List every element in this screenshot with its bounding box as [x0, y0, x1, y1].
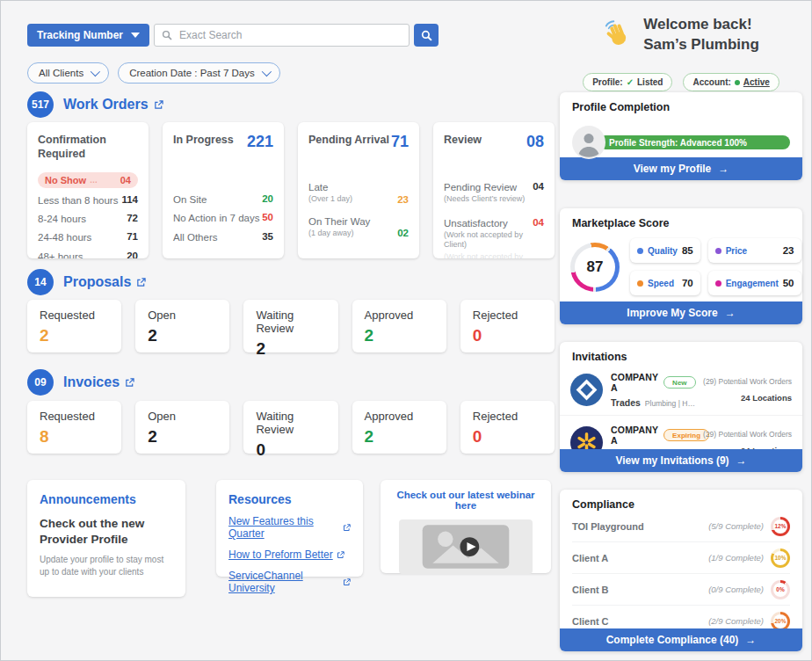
proposals-count-badge: 14	[27, 269, 54, 295]
card-count: 221	[247, 133, 273, 151]
proposals-open-card[interactable]: Open 2	[135, 300, 229, 352]
external-link-icon[interactable]	[154, 100, 163, 110]
wo-row[interactable]: On Their Way (1 day away) 02	[308, 215, 409, 239]
invoices-approved-card[interactable]: Approved 2	[352, 401, 446, 454]
wo-row[interactable]: 8-24 hours 72	[38, 213, 138, 225]
potential-work-orders: (29) Potential Work Orders	[703, 377, 792, 386]
check-icon: ✓	[627, 77, 634, 87]
compliance-percent: 12%	[773, 519, 787, 534]
stat-label: Open	[148, 410, 217, 423]
wo-row[interactable]: Unsatisfactory (Work not accepted by Cli…	[444, 217, 544, 251]
metric-speed[interactable]: Speed 70	[630, 271, 700, 295]
compliance-progress: (5/9 Complete)	[708, 521, 764, 531]
view-profile-button[interactable]: View my Profile →	[560, 157, 802, 180]
stat-label: Waiting Review	[256, 410, 325, 436]
in-progress-card[interactable]: In Progress 221 On Site 20 No Action in …	[163, 122, 284, 258]
client-name: Client C	[572, 616, 609, 627]
profile-status-pill[interactable]: Profile: ✓ Listed	[583, 73, 672, 91]
proposals-approved-card[interactable]: Approved 2	[352, 300, 446, 352]
metric-price[interactable]: Price 23	[708, 238, 801, 263]
compliance-row[interactable]: Client B (0/9 Complete) 0%	[572, 574, 790, 606]
wo-row[interactable]: 24-48 hours 71	[38, 231, 138, 243]
pending-arrival-card[interactable]: Pending Arrival 71 Late (Over 1 day) 23 …	[298, 122, 419, 258]
proposals-title: Proposals	[63, 274, 131, 290]
view-invitations-button[interactable]: View my Invitations (9) →	[560, 449, 802, 472]
row-label: Pending Review (Needs Client’s review)	[444, 181, 525, 205]
proposals-waiting-review-card[interactable]: Waiting Review 2	[243, 300, 337, 352]
resource-link[interactable]: How to Preform Better	[228, 548, 351, 561]
work-orders-title-link[interactable]: Work Orders	[63, 97, 163, 113]
card-count: 08	[526, 133, 544, 151]
creation-date-filter[interactable]: Creation Date : Past 7 Days	[118, 62, 280, 84]
invoices-requested-card[interactable]: Requested 8	[27, 401, 121, 454]
proposals-rejected-card[interactable]: Rejected 0	[460, 300, 555, 352]
wave-hand-icon	[603, 18, 633, 52]
invoices-open-card[interactable]: Open 2	[135, 401, 229, 454]
metric-value: 50	[783, 278, 794, 288]
search-icon	[162, 30, 172, 40]
metric-label: Quality	[648, 246, 678, 256]
webinar-thumbnail[interactable]	[399, 519, 533, 574]
invoices-waiting-review-card[interactable]: Waiting Review 0	[243, 401, 337, 454]
invitation-row[interactable]: COMPANY A New Trades Plumbing | HVAC | G…	[560, 363, 802, 415]
client-name: TOI Playground	[572, 521, 644, 532]
account-status-pill[interactable]: Account: Active	[683, 73, 779, 91]
stat-label: Requested	[40, 309, 109, 322]
metric-engagement[interactable]: Engagement 50	[708, 271, 801, 295]
row-label: No Action in 7 days	[173, 212, 259, 224]
compliance-card: Compliance TOI Playground (5/9 Complete)…	[560, 490, 802, 651]
wo-row[interactable]: Less than 8 hours 114	[38, 194, 138, 207]
wo-row[interactable]: Pending Review (Needs Client’s review) 0…	[444, 181, 544, 205]
resource-link[interactable]: ServiceChannel University	[228, 570, 351, 594]
stat-value: 2	[148, 326, 217, 345]
metric-value: 70	[682, 278, 693, 288]
wo-row[interactable]: 48+ hours 20	[38, 251, 138, 258]
trades-label: Trades	[611, 397, 641, 408]
external-link-icon[interactable]	[136, 278, 146, 287]
invoices-title-link[interactable]: Invoices	[63, 374, 134, 390]
metric-label: Engagement	[726, 279, 779, 288]
invoices-header: 09 Invoices	[27, 369, 134, 396]
compliance-row[interactable]: TOI Playground (5/9 Complete) 12%	[572, 511, 790, 542]
no-show-label: No Show	[45, 175, 86, 185]
complete-compliance-button[interactable]: Complete Compliance (40) →	[560, 628, 802, 651]
no-show-row[interactable]: No Show … 04	[38, 172, 138, 188]
invoices-title: Invoices	[63, 374, 120, 390]
row-label: 8-24 hours	[38, 213, 86, 225]
review-card[interactable]: Review 08 Pending Review (Needs Client’s…	[433, 122, 555, 258]
improve-score-button[interactable]: Improve My Score →	[560, 301, 802, 324]
resource-link[interactable]: New Features this Quarter	[228, 515, 351, 540]
wo-row[interactable]: All Others 35	[173, 231, 273, 243]
wo-row[interactable]: On Site 20	[173, 193, 273, 206]
search-type-dropdown[interactable]: Tracking Number	[27, 24, 149, 47]
invoices-count-badge: 09	[27, 369, 54, 396]
stat-value: 0	[473, 326, 542, 345]
view-invitations-label: View my Invitations (9)	[615, 454, 729, 467]
clients-filter[interactable]: All Clients	[27, 62, 109, 84]
proposals-requested-card[interactable]: Requested 2	[27, 300, 121, 352]
row-value: 114	[121, 194, 138, 205]
speed-dot-icon	[637, 280, 643, 287]
search-submit-button[interactable]	[414, 24, 439, 47]
search-type-label: Tracking Number	[37, 29, 123, 41]
search-input[interactable]	[178, 28, 402, 42]
webinar-title-link[interactable]: Check out our latest webinar here	[393, 490, 539, 511]
compliance-row[interactable]: Client A (1/9 Complete) 10%	[572, 542, 790, 574]
invoices-rejected-card[interactable]: Rejected 0	[460, 401, 555, 454]
view-profile-label: View my Profile	[634, 163, 711, 175]
metric-quality[interactable]: Quality 85	[630, 238, 700, 263]
external-link-icon[interactable]	[125, 378, 134, 388]
announcements-title: Announcements	[40, 492, 173, 506]
announcement-body: Update your profile to stay most up to d…	[40, 554, 173, 578]
wo-row[interactable]: No Action in 7 days 50	[173, 212, 273, 224]
stat-value: 2	[365, 326, 434, 345]
avatar-icon	[572, 126, 605, 159]
trades-list: Plumbing | HVAC | General ...	[645, 399, 695, 408]
chevron-down-icon	[91, 67, 100, 76]
confirmation-required-card[interactable]: Confirmation Required No Show … 04 Less …	[27, 122, 149, 258]
proposals-title-link[interactable]: Proposals	[63, 274, 146, 290]
wo-row[interactable]: Late (Over 1 day) 23	[308, 181, 409, 205]
welcome-block: Welcome back! Sam’s Plumbing	[560, 15, 802, 55]
search-box[interactable]	[154, 24, 410, 47]
row-value: 50	[262, 212, 273, 222]
